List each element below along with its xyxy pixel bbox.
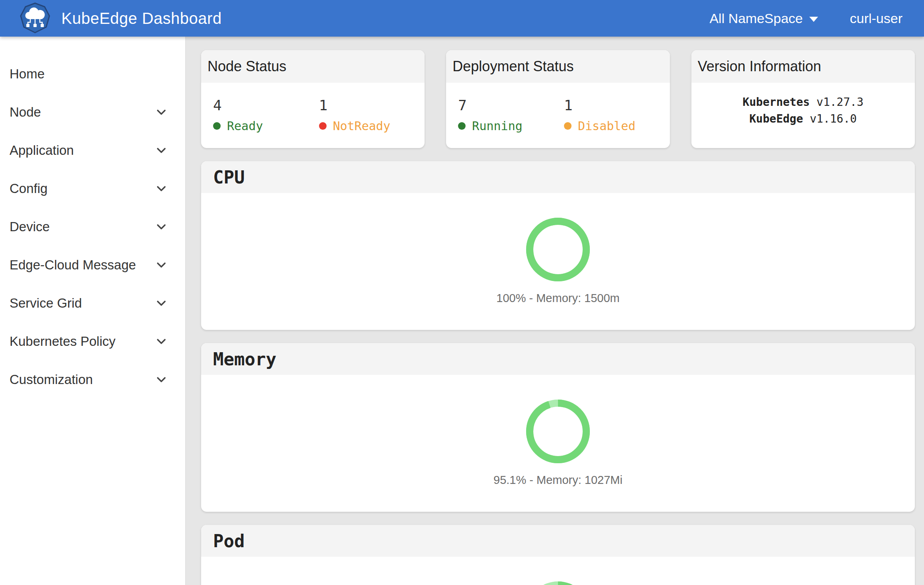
deployment-disabled-count: 1 (564, 97, 670, 113)
pod-panel: Pod (201, 525, 915, 585)
deployment-running-count: 7 (458, 97, 564, 113)
chevron-down-icon (154, 334, 168, 349)
node-status-title: Node Status (201, 50, 425, 83)
status-dot-green (213, 122, 221, 130)
status-dot-red (319, 122, 327, 130)
chevron-down-icon (154, 105, 168, 119)
sidebar-item-customization[interactable]: Customization (0, 361, 185, 399)
chevron-down-icon (154, 296, 168, 310)
node-ready-count: 4 (213, 97, 319, 113)
caret-down-icon (809, 17, 818, 22)
node-notready-label: NotReady (333, 119, 391, 133)
kubernetes-version: Kubernetes v1.27.3 (691, 94, 915, 111)
deployment-status-title: Deployment Status (446, 50, 670, 83)
node-status-card: Node Status 4 Ready 1 NotReady (201, 50, 425, 148)
sidebar-item-service-grid[interactable]: Service Grid (0, 284, 185, 322)
pod-panel-title: Pod (201, 525, 915, 557)
node-ready-label: Ready (227, 119, 263, 133)
memory-donut-label: 95.1% - Memory: 1027Mi (493, 474, 623, 487)
sidebar-item-kubernetes-policy[interactable]: Kubernetes Policy (0, 322, 185, 361)
app-bar: KubeEdge Dashboard All NameSpace curl-us… (0, 0, 924, 37)
memory-panel-title: Memory (201, 343, 915, 375)
deployment-status-card: Deployment Status 7 Running 1 Disable (446, 50, 670, 148)
deployment-disabled-label: Disabled (578, 119, 636, 133)
memory-panel: Memory 95.1% - Memory: 1027Mi (201, 343, 915, 512)
user-menu[interactable]: curl-user (850, 11, 902, 26)
node-ready-metric: 4 Ready (213, 97, 319, 133)
chevron-down-icon (154, 181, 168, 196)
namespace-selector-label: All NameSpace (709, 11, 803, 26)
namespace-selector[interactable]: All NameSpace (709, 11, 818, 26)
deployment-disabled-metric: 1 Disabled (564, 97, 670, 133)
sidebar-item-node[interactable]: Node (0, 93, 185, 131)
version-information-card: Version Information Kubernetes v1.27.3 K… (691, 50, 915, 148)
cpu-donut-label: 100% - Memory: 1500m (496, 292, 619, 305)
deployment-running-label: Running (472, 119, 522, 133)
sidebar: Home Node Application Config Device Edge… (0, 37, 186, 585)
chevron-down-icon (154, 372, 168, 387)
kubeedge-version: KubeEdge v1.16.0 (691, 111, 915, 127)
status-dot-orange (564, 122, 572, 130)
deployment-running-metric: 7 Running (458, 97, 564, 133)
version-information-title: Version Information (691, 50, 915, 83)
cpu-panel-title: CPU (201, 161, 915, 193)
chevron-down-icon (154, 258, 168, 272)
sidebar-item-config[interactable]: Config (0, 170, 185, 208)
main-content: Node Status 4 Ready 1 NotReady (186, 37, 924, 585)
node-notready-metric: 1 NotReady (319, 97, 425, 133)
chevron-down-icon (154, 220, 168, 234)
sidebar-item-application[interactable]: Application (0, 131, 185, 170)
status-dot-green (458, 122, 466, 130)
node-notready-count: 1 (319, 97, 425, 113)
sidebar-item-device[interactable]: Device (0, 208, 185, 246)
sidebar-item-edge-cloud-message[interactable]: Edge-Cloud Message (0, 246, 185, 284)
pod-donut-chart (522, 577, 594, 585)
kubeedge-logo-icon (18, 1, 53, 36)
app-title: KubeEdge Dashboard (61, 10, 222, 27)
chevron-down-icon (154, 143, 168, 158)
memory-donut-chart (522, 396, 594, 467)
sidebar-item-home[interactable]: Home (0, 55, 185, 93)
cpu-panel: CPU 100% - Memory: 1500m (201, 161, 915, 330)
cpu-donut-chart (522, 214, 594, 285)
